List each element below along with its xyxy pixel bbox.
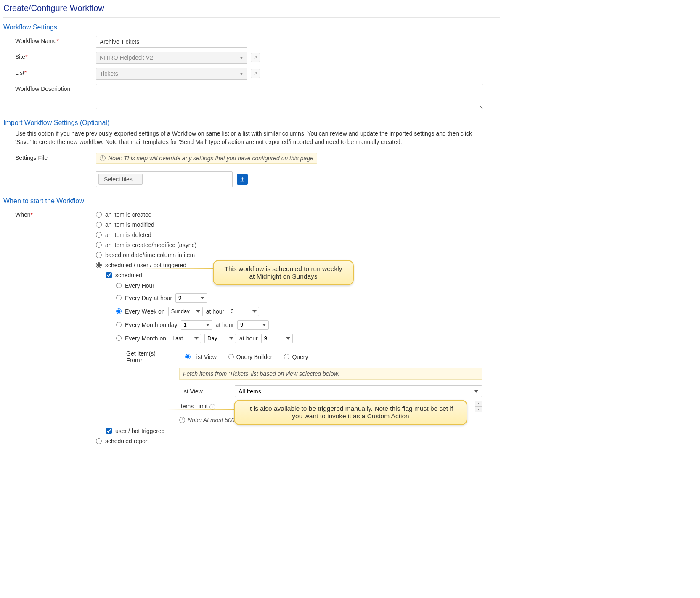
- sched-every-day-label: Every Day at hour: [125, 295, 172, 301]
- sched-every-hour-label: Every Hour: [125, 282, 154, 289]
- sched-every-day-radio[interactable]: [116, 295, 122, 300]
- divider: [3, 17, 500, 18]
- external-link-icon: ↗: [254, 71, 257, 77]
- sched-week-hour-select[interactable]: 0: [228, 307, 259, 316]
- caret-down-icon: ▼: [239, 72, 244, 76]
- spin-up-icon[interactable]: ▲: [475, 401, 482, 407]
- items-limit-spinner[interactable]: ▲▼: [475, 401, 482, 412]
- when-item-modified[interactable]: an item is modified: [96, 220, 500, 230]
- sched-every-month-day-radio[interactable]: [116, 322, 122, 327]
- get-items-query[interactable]: Query: [284, 353, 308, 360]
- fetch-note: Fetch items from 'Tickets' list based on…: [179, 368, 482, 380]
- upload-icon: [239, 176, 245, 182]
- sched-every-week-radio[interactable]: [116, 308, 122, 314]
- sched-every-week-label: Every Week on: [125, 308, 165, 315]
- external-link-icon: ↗: [254, 55, 257, 61]
- description-textarea[interactable]: [96, 84, 483, 109]
- list-select[interactable]: Tickets▼: [96, 68, 247, 80]
- sched-month2-ord-select[interactable]: Last: [170, 334, 201, 343]
- spin-down-icon[interactable]: ▼: [475, 407, 482, 412]
- when-item-created-modified-async[interactable]: an item is created/modified (async): [96, 240, 500, 250]
- section-workflow-settings: Workflow Settings: [3, 21, 500, 34]
- label-get-items-from: Get Item(s) From*: [126, 350, 172, 364]
- section-when: When to start the Workflow: [3, 195, 500, 207]
- label-settings-file: Settings File: [3, 153, 96, 161]
- workflow-name-input[interactable]: [96, 36, 247, 48]
- when-scheduled-report[interactable]: scheduled report: [96, 436, 500, 446]
- list-view-select[interactable]: All Items: [235, 385, 482, 397]
- upload-button[interactable]: [237, 174, 248, 185]
- callout-scheduled: This workflow is scheduled to run weekly…: [213, 260, 354, 285]
- open-list-button[interactable]: ↗: [251, 69, 260, 78]
- sched-every-hour-radio[interactable]: [116, 283, 122, 288]
- at-hour-label: at hour: [206, 308, 225, 315]
- callout-arrow: [142, 268, 214, 269]
- label-when: When*: [3, 210, 96, 218]
- import-note: ! Note: This step will override any sett…: [96, 153, 317, 164]
- sched-every-month-ord-label: Every Month on: [125, 335, 166, 342]
- divider: [3, 113, 500, 113]
- at-hour-label: at hour: [239, 335, 258, 342]
- sched-day-hour-select[interactable]: 9: [175, 293, 207, 303]
- sched-month2-day-select[interactable]: Day: [204, 334, 236, 343]
- label-description: Workflow Description: [3, 84, 96, 92]
- get-items-list-view[interactable]: List View: [185, 353, 217, 360]
- sched-month-day-select[interactable]: 1: [181, 320, 212, 330]
- when-date-column[interactable]: based on date/time column in item: [96, 250, 500, 260]
- caret-down-icon: ▼: [239, 56, 244, 60]
- info-icon: !: [179, 417, 185, 423]
- info-icon: !: [100, 155, 106, 161]
- import-help-text: Use this option if you have previously e…: [3, 129, 479, 151]
- sched-every-month-ord-radio[interactable]: [116, 335, 122, 341]
- label-list: List*: [3, 68, 96, 76]
- site-select[interactable]: NITRO Helpdesk V2▼: [96, 52, 247, 64]
- sched-month2-hour-select[interactable]: 9: [261, 334, 293, 343]
- at-hour-label: at hour: [216, 322, 234, 328]
- page-title: Create/Configure Workflow: [3, 0, 500, 16]
- when-item-deleted[interactable]: an item is deleted: [96, 230, 500, 240]
- callout-userbot: It is also available to be triggered man…: [234, 400, 467, 425]
- when-item-created[interactable]: an item is created: [96, 210, 500, 220]
- get-items-query-builder[interactable]: Query Builder: [228, 353, 273, 360]
- open-site-button[interactable]: ↗: [251, 53, 260, 62]
- divider: [3, 191, 500, 191]
- select-files-button[interactable]: Select files...: [98, 174, 143, 185]
- sched-every-month-day-label: Every Month on day: [125, 322, 178, 328]
- sched-month-hour-select[interactable]: 9: [237, 320, 269, 330]
- file-picker[interactable]: Select files...: [96, 171, 233, 187]
- label-list-view: List View: [179, 388, 230, 395]
- callout-arrow: [167, 409, 235, 410]
- section-import-settings: Import Workflow Settings (Optional): [3, 117, 500, 129]
- sched-weekday-select[interactable]: Sunday: [168, 307, 203, 316]
- user-bot-triggered-checkbox[interactable]: user / bot triggered: [106, 426, 500, 436]
- label-workflow-name: Workflow Name*: [3, 36, 96, 44]
- label-site: Site*: [3, 52, 96, 60]
